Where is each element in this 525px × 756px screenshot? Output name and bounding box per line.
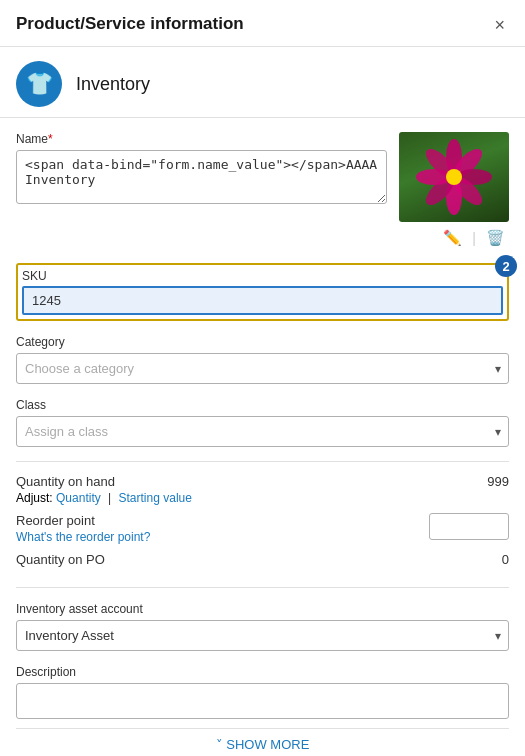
- quantity-section: Quantity on hand Adjust: Quantity | Star…: [16, 461, 509, 588]
- quantity-on-hand-row: Quantity on hand Adjust: Quantity | Star…: [16, 474, 509, 505]
- description-label: Description: [16, 665, 509, 679]
- close-button[interactable]: ×: [490, 14, 509, 36]
- category-label: Category: [16, 335, 509, 349]
- qty-label-col: Quantity on hand Adjust: Quantity | Star…: [16, 474, 429, 505]
- quantity-on-po-label: Quantity on PO: [16, 552, 429, 567]
- name-label: Name: [16, 132, 387, 146]
- class-field: Class Assign a class ▾: [16, 398, 509, 447]
- quantity-on-po-row: Quantity on PO 0: [16, 552, 509, 567]
- class-label: Class: [16, 398, 509, 412]
- category-field: Category Choose a category ▾: [16, 335, 509, 384]
- svg-point-8: [446, 169, 462, 185]
- sku-step-badge: 2: [495, 255, 517, 277]
- sku-input[interactable]: [22, 286, 503, 315]
- form-body: Name <span data-bind="form.name_value"><…: [0, 118, 525, 756]
- starting-value-link[interactable]: Starting value: [119, 491, 192, 505]
- qty-on-po-label-col: Quantity on PO: [16, 552, 429, 567]
- reorder-point-input[interactable]: [429, 513, 509, 540]
- delete-image-button[interactable]: 🗑️: [482, 227, 509, 249]
- reorder-point-row: Reorder point What's the reorder point?: [16, 513, 509, 544]
- sku-label: SKU: [22, 269, 503, 283]
- product-icon-glyph: 👕: [26, 71, 53, 97]
- show-more-label: SHOW MORE: [226, 737, 309, 752]
- adjust-label: Adjust:: [16, 491, 53, 505]
- quantity-on-po-value-col: 0: [429, 552, 509, 567]
- adjust-links: Adjust: Quantity | Starting value: [16, 491, 429, 505]
- show-more-bar: ˅ SHOW MORE: [16, 728, 509, 756]
- reorder-input-col: [429, 513, 509, 540]
- name-col: Name <span data-bind="form.name_value"><…: [16, 132, 387, 207]
- reorder-point-label: Reorder point: [16, 513, 429, 528]
- quantity-on-po-value: 0: [502, 552, 509, 567]
- modal-title: Product/Service information: [16, 14, 244, 34]
- product-icon: 👕: [16, 61, 62, 107]
- quantity-on-hand-value-col: 999: [429, 474, 509, 489]
- modal-header: Product/Service information ×: [0, 0, 525, 47]
- description-section: Description: [16, 665, 509, 722]
- show-more-chevron: ˅: [216, 737, 227, 752]
- reorder-link-wrapper: What's the reorder point?: [16, 530, 429, 544]
- quantity-adjust-link[interactable]: Quantity: [56, 491, 101, 505]
- reorder-help-link[interactable]: What's the reorder point?: [16, 530, 150, 544]
- name-input[interactable]: <span data-bind="form.name_value"></span…: [16, 150, 387, 204]
- show-more-link[interactable]: ˅ SHOW MORE: [216, 737, 310, 752]
- image-divider: |: [472, 230, 476, 246]
- product-image: [399, 132, 509, 222]
- sku-wrapper: SKU 2: [16, 263, 509, 321]
- quantity-on-hand-label: Quantity on hand: [16, 474, 429, 489]
- inventory-asset-select-wrapper: Inventory Asset ▾: [16, 620, 509, 651]
- flower-svg: [414, 137, 494, 217]
- product-service-modal: Product/Service information × 👕 Inventor…: [0, 0, 525, 756]
- image-col: ✏️ | 🗑️: [399, 132, 509, 249]
- inventory-asset-section: Inventory asset account Inventory Asset …: [16, 602, 509, 651]
- product-type-row: 👕 Inventory: [0, 47, 525, 118]
- category-select-wrapper: Choose a category ▾: [16, 353, 509, 384]
- image-actions: ✏️ | 🗑️: [399, 227, 509, 249]
- inventory-asset-select[interactable]: Inventory Asset: [16, 620, 509, 651]
- class-select[interactable]: Assign a class: [16, 416, 509, 447]
- reorder-label-col: Reorder point What's the reorder point?: [16, 513, 429, 544]
- class-select-wrapper: Assign a class ▾: [16, 416, 509, 447]
- inventory-asset-label: Inventory asset account: [16, 602, 509, 616]
- name-image-row: Name <span data-bind="form.name_value"><…: [16, 132, 509, 249]
- description-input[interactable]: [16, 683, 509, 719]
- quantity-on-hand-value: 999: [487, 474, 509, 489]
- edit-image-button[interactable]: ✏️: [439, 227, 466, 249]
- link-separator: |: [108, 491, 114, 505]
- category-select[interactable]: Choose a category: [16, 353, 509, 384]
- product-type-label: Inventory: [76, 74, 150, 95]
